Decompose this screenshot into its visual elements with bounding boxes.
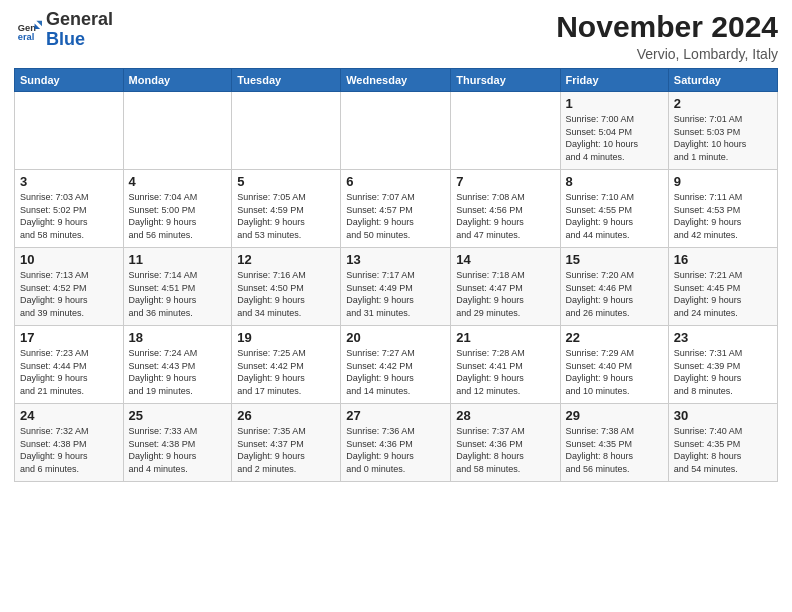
weekday-monday: Monday: [123, 69, 232, 92]
calendar-cell: 23Sunrise: 7:31 AM Sunset: 4:39 PM Dayli…: [668, 326, 777, 404]
day-info: Sunrise: 7:18 AM Sunset: 4:47 PM Dayligh…: [456, 269, 554, 319]
calendar-table: SundayMondayTuesdayWednesdayThursdayFrid…: [14, 68, 778, 482]
day-info: Sunrise: 7:07 AM Sunset: 4:57 PM Dayligh…: [346, 191, 445, 241]
weekday-saturday: Saturday: [668, 69, 777, 92]
calendar-cell: 11Sunrise: 7:14 AM Sunset: 4:51 PM Dayli…: [123, 248, 232, 326]
day-info: Sunrise: 7:40 AM Sunset: 4:35 PM Dayligh…: [674, 425, 772, 475]
day-number: 3: [20, 174, 118, 189]
day-info: Sunrise: 7:27 AM Sunset: 4:42 PM Dayligh…: [346, 347, 445, 397]
calendar-cell: [232, 92, 341, 170]
logo-general: General: [46, 9, 113, 29]
calendar-cell: 15Sunrise: 7:20 AM Sunset: 4:46 PM Dayli…: [560, 248, 668, 326]
day-number: 14: [456, 252, 554, 267]
day-number: 21: [456, 330, 554, 345]
logo-blue: Blue: [46, 29, 85, 49]
day-number: 22: [566, 330, 663, 345]
day-number: 10: [20, 252, 118, 267]
calendar-cell: [15, 92, 124, 170]
day-info: Sunrise: 7:31 AM Sunset: 4:39 PM Dayligh…: [674, 347, 772, 397]
calendar-cell: 24Sunrise: 7:32 AM Sunset: 4:38 PM Dayli…: [15, 404, 124, 482]
svg-marker-4: [36, 20, 42, 26]
calendar-cell: 29Sunrise: 7:38 AM Sunset: 4:35 PM Dayli…: [560, 404, 668, 482]
calendar-cell: 26Sunrise: 7:35 AM Sunset: 4:37 PM Dayli…: [232, 404, 341, 482]
header: Gen eral General Blue November 2024 Verv…: [14, 10, 778, 62]
day-number: 2: [674, 96, 772, 111]
calendar-cell: 18Sunrise: 7:24 AM Sunset: 4:43 PM Dayli…: [123, 326, 232, 404]
day-number: 25: [129, 408, 227, 423]
calendar-cell: 3Sunrise: 7:03 AM Sunset: 5:02 PM Daylig…: [15, 170, 124, 248]
day-number: 7: [456, 174, 554, 189]
day-number: 15: [566, 252, 663, 267]
weekday-thursday: Thursday: [451, 69, 560, 92]
calendar-cell: 10Sunrise: 7:13 AM Sunset: 4:52 PM Dayli…: [15, 248, 124, 326]
calendar-cell: 5Sunrise: 7:05 AM Sunset: 4:59 PM Daylig…: [232, 170, 341, 248]
calendar-cell: 12Sunrise: 7:16 AM Sunset: 4:50 PM Dayli…: [232, 248, 341, 326]
day-info: Sunrise: 7:24 AM Sunset: 4:43 PM Dayligh…: [129, 347, 227, 397]
day-number: 8: [566, 174, 663, 189]
calendar-cell: 17Sunrise: 7:23 AM Sunset: 4:44 PM Dayli…: [15, 326, 124, 404]
day-info: Sunrise: 7:04 AM Sunset: 5:00 PM Dayligh…: [129, 191, 227, 241]
day-info: Sunrise: 7:37 AM Sunset: 4:36 PM Dayligh…: [456, 425, 554, 475]
calendar-cell: [341, 92, 451, 170]
svg-text:eral: eral: [18, 32, 35, 42]
day-info: Sunrise: 7:28 AM Sunset: 4:41 PM Dayligh…: [456, 347, 554, 397]
day-info: Sunrise: 7:16 AM Sunset: 4:50 PM Dayligh…: [237, 269, 335, 319]
day-info: Sunrise: 7:03 AM Sunset: 5:02 PM Dayligh…: [20, 191, 118, 241]
calendar-cell: 22Sunrise: 7:29 AM Sunset: 4:40 PM Dayli…: [560, 326, 668, 404]
day-info: Sunrise: 7:36 AM Sunset: 4:36 PM Dayligh…: [346, 425, 445, 475]
day-number: 18: [129, 330, 227, 345]
calendar-cell: 20Sunrise: 7:27 AM Sunset: 4:42 PM Dayli…: [341, 326, 451, 404]
calendar-cell: 9Sunrise: 7:11 AM Sunset: 4:53 PM Daylig…: [668, 170, 777, 248]
day-number: 20: [346, 330, 445, 345]
day-number: 9: [674, 174, 772, 189]
week-row-2: 3Sunrise: 7:03 AM Sunset: 5:02 PM Daylig…: [15, 170, 778, 248]
day-info: Sunrise: 7:08 AM Sunset: 4:56 PM Dayligh…: [456, 191, 554, 241]
day-info: Sunrise: 7:23 AM Sunset: 4:44 PM Dayligh…: [20, 347, 118, 397]
day-number: 6: [346, 174, 445, 189]
calendar-body: 1Sunrise: 7:00 AM Sunset: 5:04 PM Daylig…: [15, 92, 778, 482]
calendar-cell: 30Sunrise: 7:40 AM Sunset: 4:35 PM Dayli…: [668, 404, 777, 482]
day-info: Sunrise: 7:05 AM Sunset: 4:59 PM Dayligh…: [237, 191, 335, 241]
week-row-4: 17Sunrise: 7:23 AM Sunset: 4:44 PM Dayli…: [15, 326, 778, 404]
week-row-3: 10Sunrise: 7:13 AM Sunset: 4:52 PM Dayli…: [15, 248, 778, 326]
day-info: Sunrise: 7:21 AM Sunset: 4:45 PM Dayligh…: [674, 269, 772, 319]
day-info: Sunrise: 7:01 AM Sunset: 5:03 PM Dayligh…: [674, 113, 772, 163]
month-title: November 2024: [556, 10, 778, 44]
calendar-cell: 25Sunrise: 7:33 AM Sunset: 4:38 PM Dayli…: [123, 404, 232, 482]
calendar-cell: 28Sunrise: 7:37 AM Sunset: 4:36 PM Dayli…: [451, 404, 560, 482]
title-block: November 2024 Vervio, Lombardy, Italy: [556, 10, 778, 62]
day-number: 17: [20, 330, 118, 345]
calendar-cell: 8Sunrise: 7:10 AM Sunset: 4:55 PM Daylig…: [560, 170, 668, 248]
calendar-cell: [451, 92, 560, 170]
weekday-wednesday: Wednesday: [341, 69, 451, 92]
calendar-cell: 13Sunrise: 7:17 AM Sunset: 4:49 PM Dayli…: [341, 248, 451, 326]
day-number: 4: [129, 174, 227, 189]
day-number: 29: [566, 408, 663, 423]
week-row-5: 24Sunrise: 7:32 AM Sunset: 4:38 PM Dayli…: [15, 404, 778, 482]
day-number: 1: [566, 96, 663, 111]
day-info: Sunrise: 7:38 AM Sunset: 4:35 PM Dayligh…: [566, 425, 663, 475]
day-info: Sunrise: 7:11 AM Sunset: 4:53 PM Dayligh…: [674, 191, 772, 241]
day-info: Sunrise: 7:10 AM Sunset: 4:55 PM Dayligh…: [566, 191, 663, 241]
calendar-header: SundayMondayTuesdayWednesdayThursdayFrid…: [15, 69, 778, 92]
calendar-cell: 21Sunrise: 7:28 AM Sunset: 4:41 PM Dayli…: [451, 326, 560, 404]
calendar-cell: 19Sunrise: 7:25 AM Sunset: 4:42 PM Dayli…: [232, 326, 341, 404]
day-number: 24: [20, 408, 118, 423]
calendar-cell: 14Sunrise: 7:18 AM Sunset: 4:47 PM Dayli…: [451, 248, 560, 326]
calendar-cell: 7Sunrise: 7:08 AM Sunset: 4:56 PM Daylig…: [451, 170, 560, 248]
week-row-1: 1Sunrise: 7:00 AM Sunset: 5:04 PM Daylig…: [15, 92, 778, 170]
day-info: Sunrise: 7:00 AM Sunset: 5:04 PM Dayligh…: [566, 113, 663, 163]
calendar-cell: 1Sunrise: 7:00 AM Sunset: 5:04 PM Daylig…: [560, 92, 668, 170]
calendar-cell: 2Sunrise: 7:01 AM Sunset: 5:03 PM Daylig…: [668, 92, 777, 170]
day-number: 5: [237, 174, 335, 189]
day-number: 26: [237, 408, 335, 423]
day-number: 13: [346, 252, 445, 267]
day-info: Sunrise: 7:33 AM Sunset: 4:38 PM Dayligh…: [129, 425, 227, 475]
day-info: Sunrise: 7:29 AM Sunset: 4:40 PM Dayligh…: [566, 347, 663, 397]
day-info: Sunrise: 7:32 AM Sunset: 4:38 PM Dayligh…: [20, 425, 118, 475]
weekday-header-row: SundayMondayTuesdayWednesdayThursdayFrid…: [15, 69, 778, 92]
calendar-cell: 6Sunrise: 7:07 AM Sunset: 4:57 PM Daylig…: [341, 170, 451, 248]
day-number: 11: [129, 252, 227, 267]
day-number: 12: [237, 252, 335, 267]
day-info: Sunrise: 7:14 AM Sunset: 4:51 PM Dayligh…: [129, 269, 227, 319]
